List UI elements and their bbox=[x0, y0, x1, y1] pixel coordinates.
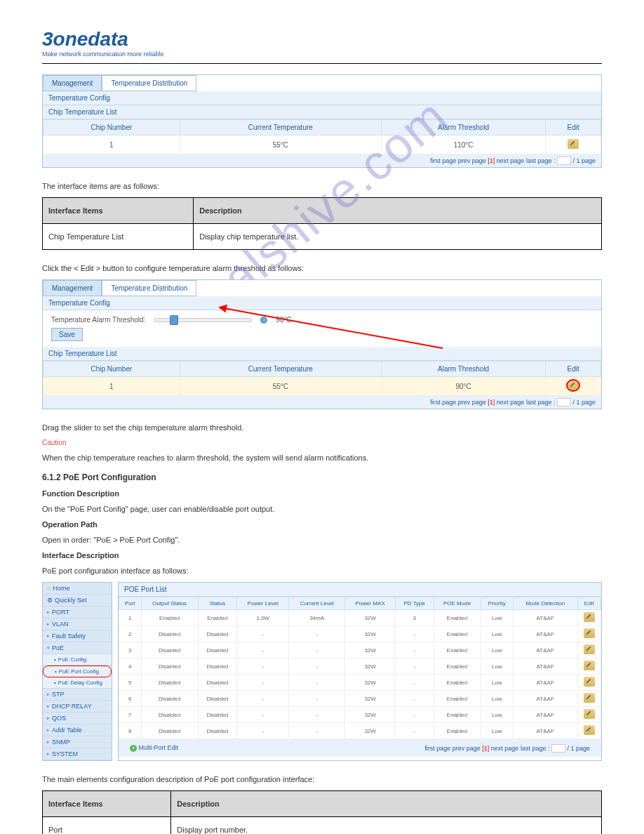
page-input[interactable] bbox=[557, 157, 571, 165]
sidebar-item-home[interactable]: ⌂Home bbox=[43, 583, 112, 595]
pagination-2: first page prev page [1] next page last … bbox=[43, 396, 601, 409]
poe-cell-st: Disabled bbox=[198, 658, 236, 675]
poe-cell-pmode: Enabled bbox=[434, 658, 481, 675]
poe-cell-edit[interactable] bbox=[577, 610, 601, 626]
chip-temp-list-header: Chip Temperature List bbox=[43, 105, 601, 119]
sidebar-item-poe-delay[interactable]: •PoE Delay Config bbox=[43, 677, 112, 689]
poe-cell-pd: - bbox=[395, 691, 434, 707]
poe-cell-pd: - bbox=[395, 626, 434, 642]
poe-cell-st: Disabled bbox=[198, 723, 236, 739]
edit-icon[interactable] bbox=[584, 612, 595, 622]
sidebar-item-dhcp[interactable]: ▸DHCP RELAY bbox=[43, 701, 112, 713]
sidebar-item-addr[interactable]: ▸Addr Table bbox=[43, 724, 112, 736]
poe-cell-edit[interactable] bbox=[577, 658, 601, 675]
first-page-link[interactable]: first page bbox=[430, 157, 456, 164]
poe-cell-edit[interactable] bbox=[577, 675, 601, 691]
poe-cell-os: Disabled bbox=[141, 658, 198, 675]
sidebar-item-quick[interactable]: ⚙Quickly Set bbox=[43, 595, 112, 607]
page-total-3: / 1 page bbox=[567, 745, 590, 752]
last-page-link-2[interactable]: last page : bbox=[526, 399, 556, 406]
plus-icon: + bbox=[130, 745, 137, 752]
slider-desc: Drag the slider to set the chip temperat… bbox=[42, 423, 602, 432]
poe-row: 6DisabledDisabled--32W-EnabledLowAT&AF bbox=[119, 691, 601, 707]
sidebar-poeport-label: PoE Port Config bbox=[59, 668, 99, 675]
sidebar-item-system[interactable]: ▸SYSTEM bbox=[43, 748, 112, 760]
tab-temperature[interactable]: Temperature Distribution bbox=[102, 75, 196, 91]
poe-cell-pmode: Enabled bbox=[434, 691, 481, 707]
sidebar-item-fault[interactable]: ▸Fault Safety bbox=[43, 630, 112, 642]
tab-management-2[interactable]: Management bbox=[43, 280, 102, 296]
desc1-intro: The interface items are as follows: bbox=[42, 182, 602, 190]
poe-cell-pmode: Enabled bbox=[434, 610, 481, 626]
edit-icon[interactable] bbox=[568, 139, 579, 149]
prev-page-link[interactable]: prev page bbox=[458, 157, 486, 164]
poe-cell-port: 6 bbox=[119, 691, 142, 707]
chip-temp-table: Chip Number Current Temperature Alarm Th… bbox=[43, 119, 601, 154]
next-page-link[interactable]: next page bbox=[497, 157, 525, 164]
sidebar-item-poe-config[interactable]: •PoE Config bbox=[43, 654, 112, 666]
poe-cell-edit[interactable] bbox=[577, 691, 601, 707]
edit-icon[interactable] bbox=[584, 725, 595, 735]
sidebar-item-poe[interactable]: ▾PoE bbox=[43, 642, 112, 654]
tab-management[interactable]: Management bbox=[43, 75, 102, 91]
sidebar-item-qos[interactable]: ▸QOS bbox=[43, 713, 112, 724]
first-page-link-3[interactable]: first page bbox=[424, 745, 450, 752]
poe-cell-port: 8 bbox=[119, 723, 142, 739]
poe-cell-edit[interactable] bbox=[577, 626, 601, 642]
poe-row: 7DisabledDisabled--32W-EnabledLowAT&AF bbox=[119, 707, 601, 723]
next-page-link-3[interactable]: next page bbox=[491, 745, 519, 752]
desc2-r1c1: Port bbox=[43, 817, 171, 835]
last-page-link-3[interactable]: last page : bbox=[521, 745, 550, 752]
poe-col-os: Output Status bbox=[141, 597, 198, 610]
desc2-intro: The main elements configuration descript… bbox=[42, 775, 602, 783]
edit-icon[interactable] bbox=[584, 677, 595, 687]
edit-icon[interactable] bbox=[584, 693, 595, 703]
cell-edit[interactable] bbox=[546, 135, 601, 154]
poe-col-st: Status bbox=[198, 597, 236, 610]
poe-cell-cl: - bbox=[289, 626, 345, 642]
prev-page-link-3[interactable]: prev page bbox=[452, 745, 481, 752]
first-page-link-2[interactable]: first page bbox=[430, 399, 456, 406]
edit-icon[interactable] bbox=[584, 628, 595, 638]
cell-edit-2[interactable] bbox=[546, 377, 601, 396]
sidebar: ⌂Home ⚙Quickly Set ▸PORT ▸VLAN ▸Fault Sa… bbox=[42, 582, 112, 761]
last-page-link[interactable]: last page : bbox=[526, 157, 556, 164]
edit-icon[interactable] bbox=[584, 644, 595, 654]
poe-cell-md: AT&AF bbox=[513, 723, 577, 739]
poe-cell-st: Enabled bbox=[198, 610, 236, 626]
edit-icon-circled[interactable] bbox=[568, 380, 579, 390]
poe-cell-edit[interactable] bbox=[577, 723, 601, 739]
multi-port-edit-button[interactable]: + Multi-Port Edit bbox=[124, 741, 184, 755]
edit-icon[interactable] bbox=[584, 661, 595, 670]
poe-cell-cl: - bbox=[289, 691, 345, 707]
sidebar-item-poe-port-config[interactable]: •PoE Port Config bbox=[43, 666, 112, 677]
desc-table-1: Interface Items Description Chip Tempera… bbox=[42, 197, 602, 250]
arrow-icon: ▸ bbox=[47, 727, 50, 733]
next-page-link-2[interactable]: next page bbox=[497, 399, 525, 406]
threshold-slider[interactable] bbox=[154, 318, 252, 322]
page-input-3[interactable] bbox=[551, 744, 565, 753]
tab-temperature-2[interactable]: Temperature Distribution bbox=[102, 280, 196, 296]
slider-thumb[interactable] bbox=[170, 315, 178, 325]
cell-chip-num-2: 1 bbox=[43, 377, 180, 396]
prev-page-link-2[interactable]: prev page bbox=[458, 399, 486, 406]
sidebar-item-port[interactable]: ▸PORT bbox=[43, 607, 112, 618]
poe-cell-edit[interactable] bbox=[577, 642, 601, 658]
page-input-2[interactable] bbox=[557, 398, 571, 406]
save-button[interactable]: Save bbox=[51, 328, 83, 341]
temperature-panel-2: Management Temperature Distribution Temp… bbox=[42, 279, 602, 409]
sidebar-item-vlan[interactable]: ▸VLAN bbox=[43, 618, 112, 630]
desc2-h2: Description bbox=[171, 791, 602, 817]
poe-cell-edit[interactable] bbox=[577, 707, 601, 723]
current-page-2: [1] bbox=[488, 399, 495, 406]
poe-cell-md: AT&AF bbox=[513, 626, 577, 642]
info-icon[interactable]: i bbox=[260, 317, 267, 324]
arrow-icon: ▸ bbox=[47, 633, 50, 639]
sidebar-poeconf-label: PoE Config bbox=[58, 656, 86, 663]
chip-row: 1 55°C 110°C bbox=[43, 135, 601, 154]
poe-cell-pmode: Enabled bbox=[434, 675, 481, 691]
edit-icon[interactable] bbox=[584, 709, 595, 719]
sidebar-item-stp[interactable]: ▸STP bbox=[43, 689, 112, 701]
sidebar-item-snmp[interactable]: ▸SNMP bbox=[43, 736, 112, 748]
poe-cell-st: Disabled bbox=[198, 642, 236, 658]
